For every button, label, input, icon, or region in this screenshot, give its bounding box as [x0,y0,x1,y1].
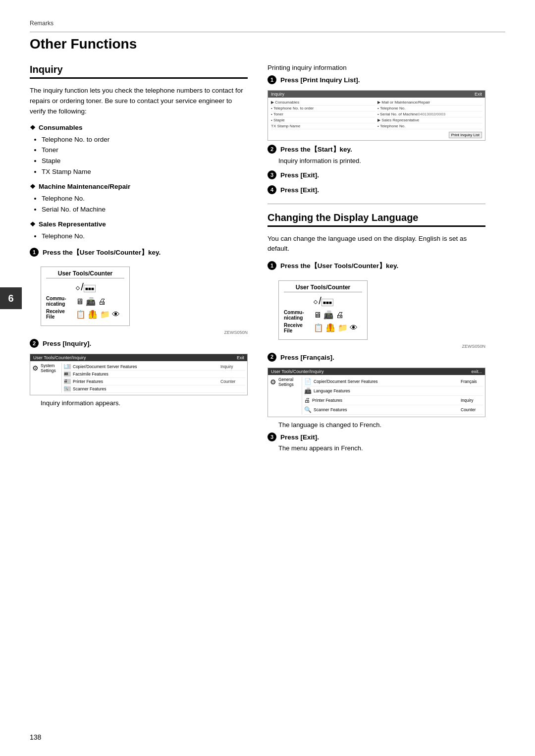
right-column: Printing inquiry information 1 Press [Pr… [268,64,485,458]
inquiry-step2: 2 Press [Inquiry]. [30,339,248,349]
display-language-intro: You can change the language used on the … [268,234,485,255]
utci-item: 📠 Facsimile Features [64,371,245,378]
list-item: Serial No. of Machine [42,204,248,215]
inquiry-col1: ▶ Consumables • Telephone No. to order •… [271,100,375,129]
inquiry-step1: 1 Press the【User Tools/Counter】key. [30,248,248,258]
scanner-icon-2: 🔍 [304,406,312,413]
inquiry-heading: Inquiry [30,64,248,79]
inquiry-col2: ▶ Mail or Maintenance/Repair • Telephone… [377,100,482,129]
utci2-item: 🖨 Printer Features Inquiry [304,396,483,405]
pi-item: • Telephone No. to order [271,106,375,111]
list-item: Telephone No. to order [42,134,248,145]
diagram-title-right: User Tools/Counter [284,284,362,292]
utci2-item: 🔍 Scanner Features Counter [304,405,483,415]
main-content: Inquiry The inquiry function lets you ch… [30,64,505,458]
consumables-heading: Consumables [30,124,248,131]
print-inquiry-btn[interactable]: Print Inquiry List [449,132,482,138]
pi-item: TX Stamp Name [271,123,375,129]
pi-item: • Serial No. of Machine 04013002/0003 [377,111,482,117]
inquiry-box-header: Inquiry Exit [268,91,485,98]
inquiry-intro: The inquiry function lets you check the … [30,86,248,117]
utci2-left-panel: ⚙ General Settings [270,377,302,415]
pi-item: • Staple [271,117,375,123]
fax-icon: 📠 [64,372,71,377]
list-item: Toner [42,145,248,156]
tools-row-recv-right: ReceiveFile 📋 🦺 📁 👁 [284,323,362,333]
page-number: 138 [30,733,41,741]
list-item: TX Stamp Name [42,166,248,177]
utci-left-panel: ⚙ System Settings [32,363,62,393]
print-step2-sub: Inquiry information is printed. [278,156,485,166]
tools-row-receive: ReceiveFile 📋 🦺 📁 👁 [46,309,124,320]
diagram-caption-right: ZEWS050N [278,344,485,349]
dl-step2: 2 Press [Français]. [268,353,485,363]
utci2-screenshot: User Tools/Counter/Inquiry exit... ⚙ Gen… [268,368,485,417]
user-tools-diagram-left: User Tools/Counter ⬦/■■■ Commu-nicating … [41,263,248,335]
utci-body: ⚙ System Settings 📄 Copier/Document Serv… [30,361,247,395]
tools-row-comm-right: Commu-nicating 🖥 📠 🖨 [284,310,362,321]
diamond-icon: ⬦/■■■ [46,281,124,293]
print-inquiry-section: Printing inquiry information 1 Press [Pr… [268,64,485,196]
utci-item: 🔍 Scanner Features [64,385,245,393]
section-divider [268,204,485,204]
utci-item: 🖨 Printer Features Counter [64,378,245,385]
left-column: Inquiry The inquiry function lets you ch… [30,64,248,458]
dl-step3-sub: The menu appears in French. [278,443,485,453]
inquiry-step2-sub: Inquiry information appears. [41,399,248,407]
pi-item: • Telephone No. [377,123,482,129]
print-step4: 4 Press [Exit]. [268,185,485,195]
pi-item: ▶ Consumables [271,100,375,106]
printer-icon-2: 🖨 [304,397,310,404]
fax-icon-2: 📠 [304,387,312,394]
printer-icon: 🖨 [64,379,71,384]
utci2-right-panel: 📄 Copier/Document Server Features França… [304,377,483,415]
list-item: Staple [42,156,248,166]
display-language-section: Changing the Display Language You can ch… [268,212,485,453]
pi-item: • Telephone No. [377,106,482,111]
copy-icon: 📄 [64,364,71,369]
utci-header: User Tools/Counter/Inquiry Exit [30,354,247,361]
remarks-line: Remarks [30,20,505,27]
utci2-item: 📠 Language Features [304,386,483,396]
top-rule [30,32,505,32]
maintenance-list: Telephone No. Serial No. of Machine [42,193,248,215]
list-item: Telephone No. [42,231,248,242]
print-inquiry-footer: Print Inquiry List [271,130,482,138]
inquiry-box-body: ▶ Consumables • Telephone No. to order •… [268,98,485,140]
utci-item: 📄 Copier/Document Server Features Inquir… [64,363,245,371]
user-tools-diagram-right: User Tools/Counter ⬦/■■■ Commu-nicating … [278,276,485,349]
utci2-header: User Tools/Counter/Inquiry exit... [268,368,485,375]
dl-step3: 3 Press [Exit]. The menu appears in Fren… [268,432,485,453]
list-item: Telephone No. [42,193,248,204]
maintenance-heading: Machine Maintenance/Repair [30,183,248,190]
scanner-icon: 🔍 [64,386,71,391]
print-step2: 2 Press the【Start】key. Inquiry informati… [268,145,485,165]
page-title: Other Functions [30,36,505,52]
diagram-title: User Tools/Counter [46,270,124,278]
utci-screenshot: User Tools/Counter/Inquiry Exit ⚙ System… [30,354,248,395]
copy-icon-2: 📄 [304,378,312,385]
pi-item: ▶ Mail or Maintenance/Repair [377,100,482,106]
dl-step2-sub: The language is changed to French. [278,421,485,429]
print-step1: 1 Press [Print Inquiry List]. [268,75,485,85]
remarks-label: Remarks [30,20,54,27]
consumables-list: Telephone No. to order Toner Staple TX S… [42,134,248,177]
page-container: 6 Remarks Other Functions Inquiry The in… [0,0,535,756]
utci2-body: ⚙ General Settings 📄 Copier/Document Ser… [268,375,485,417]
pi-item: • Toner [271,111,375,117]
sales-list: Telephone No. [42,231,248,242]
print-inquiry-heading: Printing inquiry information [268,64,485,71]
pi-item: ▶ Sales Representative [377,117,482,123]
diamond-icon-right: ⬦/■■■ [284,295,362,307]
tools-row-communicating: Commu-nicating 🖥 📠 🖨 [46,296,124,307]
utci-right-panel: 📄 Copier/Document Server Features Inquir… [64,363,245,393]
utci2-item: 📄 Copier/Document Server Features França… [304,377,483,386]
diagram-caption: ZEWS050N [41,330,248,335]
sales-heading: Sales Representative [30,220,248,228]
dl-step1: 1 Press the【User Tools/Counter】key. [268,261,485,271]
print-step3: 3 Press [Exit]. [268,170,485,180]
display-language-heading: Changing the Display Language [268,212,485,227]
chapter-badge: 6 [0,287,22,309]
inquiry-box: Inquiry Exit ▶ Consumables • Telephone N… [268,90,485,141]
inquiry-data-row: ▶ Consumables • Telephone No. to order •… [271,100,482,129]
